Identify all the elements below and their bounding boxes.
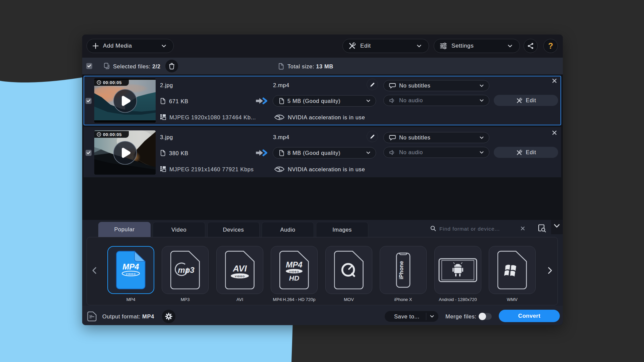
svg-text:AVI: AVI: [232, 263, 247, 274]
svg-text:VIDEO: VIDEO: [235, 275, 245, 278]
svg-text:MP4: MP4: [122, 262, 139, 271]
svg-text:HD: HD: [289, 274, 299, 282]
svg-text:VIDEO: VIDEO: [126, 273, 136, 276]
svg-text:iPhone: iPhone: [398, 261, 404, 279]
svg-text:VIDEO: VIDEO: [289, 270, 299, 273]
svg-text:MP4: MP4: [286, 260, 302, 269]
svg-text:mp3: mp3: [178, 265, 195, 275]
